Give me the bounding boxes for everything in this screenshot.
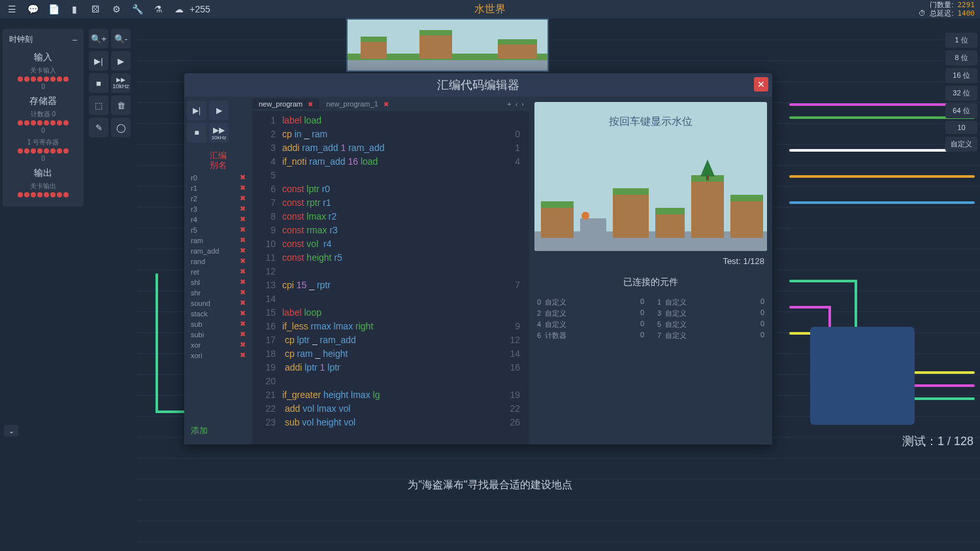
bit-width-pill[interactable]: 16 位 <box>945 68 977 83</box>
delete-icon[interactable]: ✖ <box>240 299 246 307</box>
code-line[interactable]: 1label load <box>252 114 529 127</box>
circuit-component[interactable] <box>810 327 915 425</box>
code-line[interactable]: 4if_noti ram_add 16 load4 <box>252 155 529 169</box>
code-line[interactable]: 3addi ram_add 1 ram_add1 <box>252 141 529 155</box>
alias-row[interactable]: xori✖ <box>187 350 250 360</box>
gear-icon[interactable]: ⚙ <box>110 3 123 16</box>
delete-icon[interactable]: ✖ <box>240 246 246 255</box>
code-line[interactable]: 15label loop <box>252 306 529 320</box>
flask-icon[interactable]: ⚗ <box>152 3 165 16</box>
delete-icon[interactable]: ✖ <box>240 341 246 349</box>
fast-run-button[interactable]: ▶▶10kHz <box>209 123 229 142</box>
trash-icon[interactable]: 🗑 <box>111 95 131 115</box>
close-button[interactable]: ✕ <box>754 77 768 92</box>
step-run-button[interactable]: ▶| <box>187 101 206 120</box>
refresh-icon[interactable]: ◯ <box>111 118 131 137</box>
chat-icon[interactable]: 💬 <box>26 3 39 16</box>
alias-row[interactable]: r5✖ <box>187 225 250 235</box>
bit-width-pill[interactable]: 1 位 <box>945 33 977 48</box>
editor-tab[interactable]: new_program_1✖ <box>319 99 395 109</box>
code-line[interactable]: 2cp in _ ram0 <box>252 127 529 141</box>
fast-button[interactable]: ▶▶10kHz <box>111 73 131 93</box>
code-line[interactable]: 12 <box>252 265 529 278</box>
tab-controls[interactable]: +‹› <box>502 99 529 109</box>
alias-row[interactable]: shl✖ <box>187 277 250 287</box>
delete-icon[interactable]: ✖ <box>240 278 246 286</box>
code-line[interactable]: 11const height r5 <box>252 251 529 265</box>
play-run-button[interactable]: ▶ <box>209 101 229 120</box>
close-tab-icon[interactable]: ✖ <box>384 101 389 108</box>
code-line[interactable]: 17 cp lptr _ ram_add12 <box>252 333 529 347</box>
step-button[interactable]: ▶| <box>89 51 108 71</box>
delete-icon[interactable]: ✖ <box>240 173 246 182</box>
alias-row[interactable]: sound✖ <box>187 298 250 308</box>
book-icon[interactable]: ▮ <box>68 3 81 16</box>
zoom-out-icon[interactable]: 🔍- <box>111 29 131 48</box>
delete-icon[interactable]: ✖ <box>240 225 246 234</box>
alias-row[interactable]: xor✖ <box>187 340 250 350</box>
alias-row[interactable]: r0✖ <box>187 173 250 182</box>
code-line[interactable]: 16if_less rmax lmax right9 <box>252 320 529 333</box>
stop-button[interactable]: ■ <box>89 73 108 93</box>
editor-tab[interactable]: new_program✖ <box>252 99 319 109</box>
delete-icon[interactable]: ✖ <box>240 194 246 203</box>
delete-icon[interactable]: ✖ <box>240 215 246 224</box>
cloud-icon[interactable]: ☁ <box>172 3 186 16</box>
code-line[interactable]: 5 <box>252 169 529 182</box>
code-line[interactable]: 21if_greater height lmax lg19 <box>252 388 529 402</box>
code-line[interactable]: 14 <box>252 292 529 306</box>
alias-row[interactable]: r2✖ <box>187 193 250 203</box>
bit-width-pill[interactable]: 10 <box>945 121 977 134</box>
clock-header[interactable]: 时钟刻 – <box>5 33 81 46</box>
code-line[interactable]: 13cpi 15 _ rptr7 <box>252 278 529 292</box>
code-line[interactable]: 19 addi lptr 1 lptr16 <box>252 361 529 375</box>
alias-row[interactable]: ram_add✖ <box>187 246 250 256</box>
alias-row[interactable]: r4✖ <box>187 214 250 224</box>
delete-icon[interactable]: ✖ <box>240 205 246 213</box>
delete-icon[interactable]: ✖ <box>240 330 246 339</box>
select-icon[interactable]: ⬚ <box>89 95 108 115</box>
alias-row[interactable]: shr✖ <box>187 288 250 297</box>
delete-icon[interactable]: ✖ <box>240 288 246 297</box>
minus-icon[interactable]: – <box>73 35 77 44</box>
code-area[interactable]: 1label load2cp in _ ram03addi ram_add 1 … <box>252 111 529 444</box>
alias-row[interactable]: r1✖ <box>187 183 250 193</box>
bit-width-pill[interactable]: 自定义 <box>945 137 977 152</box>
code-line[interactable]: 6const lptr r0 <box>252 182 529 196</box>
code-line[interactable]: 7const rptr r1 <box>252 196 529 210</box>
add-alias-button[interactable]: 添加 <box>187 421 250 441</box>
delete-icon[interactable]: ✖ <box>240 351 246 359</box>
bit-width-pill[interactable]: 8 位 <box>945 50 977 65</box>
expand-button[interactable]: ⌄ <box>4 425 18 437</box>
alias-row[interactable]: sub✖ <box>187 319 250 329</box>
delete-icon[interactable]: ✖ <box>240 267 246 276</box>
zoom-in-icon[interactable]: 🔍+ <box>89 29 108 48</box>
code-line[interactable]: 20 <box>252 375 529 388</box>
tree-icon[interactable]: ⚄ <box>89 3 102 16</box>
menu-icon[interactable]: ☰ <box>5 3 18 16</box>
alias-row[interactable]: rand✖ <box>187 256 250 266</box>
code-line[interactable]: 8const lmax r2 <box>252 210 529 224</box>
code-line[interactable]: 10const vol r4 <box>252 237 529 251</box>
close-tab-icon[interactable]: ✖ <box>308 101 313 108</box>
delete-icon[interactable]: ✖ <box>240 257 246 265</box>
bit-width-pill[interactable]: 32 位 <box>945 86 977 101</box>
alias-row[interactable]: stack✖ <box>187 309 250 318</box>
alias-row[interactable]: ret✖ <box>187 267 250 276</box>
code-line[interactable]: 23 sub vol height vol26 <box>252 416 529 429</box>
stop-run-button[interactable]: ■ <box>187 123 206 142</box>
code-line[interactable]: 9const rmax r3 <box>252 224 529 237</box>
edit-icon[interactable]: ✎ <box>89 118 108 137</box>
delete-icon[interactable]: ✖ <box>240 309 246 318</box>
code-line[interactable]: 22 add vol lmax vol22 <box>252 402 529 416</box>
plus-count[interactable]: +255 <box>193 3 206 16</box>
delete-icon[interactable]: ✖ <box>240 184 246 192</box>
code-line[interactable]: 18 cp ram _ height14 <box>252 347 529 361</box>
play-button[interactable]: ▶ <box>111 51 131 71</box>
alias-row[interactable]: r3✖ <box>187 204 250 214</box>
bit-width-pill[interactable]: 64 位 <box>945 103 977 118</box>
delete-icon[interactable]: ✖ <box>240 320 246 328</box>
alias-row[interactable]: ram✖ <box>187 235 250 245</box>
delete-icon[interactable]: ✖ <box>240 236 246 244</box>
wrench-icon[interactable]: 🔧 <box>131 3 144 16</box>
